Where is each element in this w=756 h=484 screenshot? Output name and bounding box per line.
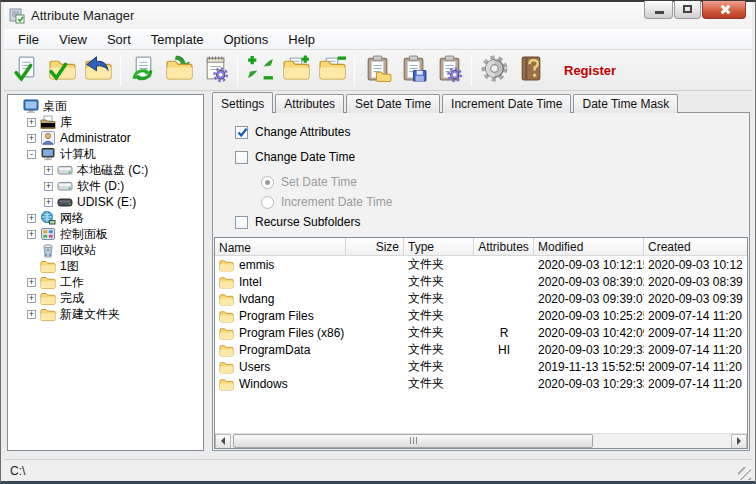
tree-item[interactable]: + UDISK (E:) <box>8 194 203 210</box>
tree-expand-toggle[interactable]: + <box>44 182 53 191</box>
change-date-time-label: Change Date Time <box>255 150 355 164</box>
increment-date-time-radio[interactable] <box>261 196 274 209</box>
tree-item[interactable]: 回收站 <box>8 242 203 258</box>
tree-item[interactable]: + 工作 <box>8 274 203 290</box>
apply-attributes-file-button[interactable] <box>8 52 44 88</box>
menu-item[interactable]: File <box>8 30 49 49</box>
load-template-button[interactable] <box>359 52 395 88</box>
tree-expand-toggle[interactable]: + <box>27 278 36 287</box>
file-name: emmis <box>239 258 274 272</box>
resize-grip[interactable] <box>738 467 751 480</box>
column-header-size[interactable]: Size <box>346 238 404 255</box>
Windows[interactable]: Windows 文件夹 2020-09-03 10:29:33 2009-07-… <box>215 375 747 392</box>
add-items-button[interactable] <box>278 52 314 88</box>
maximize-button[interactable] <box>674 1 701 19</box>
minimize-icon <box>655 11 664 14</box>
Program Files[interactable]: Program Files 文件夹 2020-09-03 10:25:25 20… <box>215 307 747 324</box>
tree-item-label: 控制面板 <box>60 226 108 243</box>
menu-item[interactable]: Sort <box>97 30 141 49</box>
toolbar-button-icon <box>84 54 113 87</box>
tree-expand-toggle[interactable]: - <box>27 150 36 159</box>
settings-button[interactable] <box>476 52 512 88</box>
file-name: ProgramData <box>239 343 310 357</box>
tree-expand-toggle[interactable]: + <box>27 294 36 303</box>
file-modified: 2020-09-03 08:39:02 <box>534 275 644 289</box>
tree-item[interactable]: 1图 <box>8 258 203 274</box>
change-date-time-checkbox[interactable] <box>235 151 248 164</box>
toolbar-separator <box>120 54 121 86</box>
file-attributes: HI <box>474 343 534 357</box>
tab[interactable]: Settings <box>212 92 273 113</box>
minimize-button[interactable] <box>644 1 673 19</box>
help-button[interactable] <box>512 52 548 88</box>
menu-item[interactable]: Help <box>278 30 325 49</box>
file-created: 2009-07-14 11:20 <box>644 360 747 374</box>
horizontal-scrollbar[interactable] <box>215 433 747 448</box>
recurse-subfolders-checkbox[interactable] <box>235 216 248 229</box>
change-attributes-checkbox[interactable] <box>235 126 248 139</box>
tree-expand-toggle[interactable]: + <box>44 166 53 175</box>
tree-item[interactable]: + 库 <box>8 114 203 130</box>
tree-expand-toggle[interactable]: + <box>27 214 36 223</box>
folder-tree: 桌面 + 库 + Administrator - 计算机 + 本地磁盘 (C:) <box>7 94 204 451</box>
invert-selection-button[interactable] <box>242 52 278 88</box>
tree-item[interactable]: + 本地磁盘 (C:) <box>8 162 203 178</box>
column-header-name[interactable]: Name <box>215 238 346 255</box>
tree-item[interactable]: + 控制面板 <box>8 226 203 242</box>
tree-expand-toggle[interactable]: + <box>27 230 36 239</box>
tree-item-label: 计算机 <box>60 146 96 163</box>
tree-item[interactable]: + 网络 <box>8 210 203 226</box>
menu-item[interactable]: Options <box>214 30 279 49</box>
column-header-created[interactable]: Created <box>644 238 748 255</box>
Users[interactable]: Users 文件夹 2019-11-13 15:52:55 2009-07-14… <box>215 358 747 375</box>
column-header-modified[interactable]: Modified <box>534 238 644 255</box>
tree-item[interactable]: 桌面 <box>8 98 203 114</box>
scrollbar-thumb[interactable] <box>233 434 593 448</box>
save-template-button[interactable] <box>395 52 431 88</box>
menu-item[interactable]: Template <box>141 30 214 49</box>
tree-item[interactable]: + 新建文件夹 <box>8 306 203 322</box>
file-type: 文件夹 <box>404 307 474 324</box>
emmis[interactable]: emmis 文件夹 2020-09-03 10:12:15 2020-09-03… <box>215 256 747 273</box>
column-header-attributes[interactable]: Attributes <box>474 238 534 255</box>
ProgramData[interactable]: ProgramData 文件夹 HI 2020-09-03 10:29:33 2… <box>215 341 747 358</box>
process-options-button[interactable] <box>197 52 233 88</box>
register-link[interactable]: Register <box>564 63 616 78</box>
browse-folder-button[interactable] <box>161 52 197 88</box>
apply-attributes-folder-button[interactable] <box>44 52 80 88</box>
scroll-left-button[interactable] <box>215 434 231 449</box>
set-date-time-radio[interactable] <box>261 176 274 189</box>
Program Files (x86)[interactable]: Program Files (x86) 文件夹 R 2020-09-03 10:… <box>215 324 747 341</box>
tab[interactable]: Date Time Mask <box>573 94 678 113</box>
tree-expand-toggle[interactable]: + <box>27 118 36 127</box>
scroll-right-button[interactable] <box>731 434 747 449</box>
remove-items-button[interactable] <box>314 52 350 88</box>
change-attributes-label: Change Attributes <box>255 125 350 139</box>
right-pane: SettingsAttributesSet Date TimeIncrement… <box>212 94 750 451</box>
tab[interactable]: Attributes <box>275 94 344 113</box>
tree-expand-toggle[interactable]: + <box>27 310 36 319</box>
tab[interactable]: Set Date Time <box>346 94 440 113</box>
tree-item-icon <box>40 290 56 306</box>
Intel[interactable]: Intel 文件夹 2020-09-03 08:39:02 2020-09-03… <box>215 273 747 290</box>
tree-item-label: 回收站 <box>60 242 96 259</box>
tree-item[interactable]: + Administrator <box>8 130 203 146</box>
scrollbar-track[interactable] <box>231 434 731 449</box>
menu-item[interactable]: View <box>49 30 97 49</box>
template-options-button[interactable] <box>431 52 467 88</box>
folder-icon <box>219 275 234 289</box>
tab[interactable]: Increment Date Time <box>442 94 571 113</box>
column-header-type[interactable]: Type <box>404 238 474 255</box>
tree-item[interactable]: + 完成 <box>8 290 203 306</box>
maximize-icon <box>683 5 692 13</box>
close-button[interactable] <box>702 1 746 19</box>
lvdang[interactable]: lvdang 文件夹 2020-09-03 09:39:07 2020-09-0… <box>215 290 747 307</box>
status-path: C:\ <box>4 464 25 478</box>
file-name: Program Files (x86) <box>239 326 344 340</box>
tree-item[interactable]: - 计算机 <box>8 146 203 162</box>
tree-item[interactable]: + 软件 (D:) <box>8 178 203 194</box>
tree-expand-toggle[interactable]: + <box>27 134 36 143</box>
restore-attributes-button[interactable] <box>80 52 116 88</box>
reset-file-button[interactable] <box>125 52 161 88</box>
tree-expand-toggle[interactable]: + <box>44 198 53 207</box>
